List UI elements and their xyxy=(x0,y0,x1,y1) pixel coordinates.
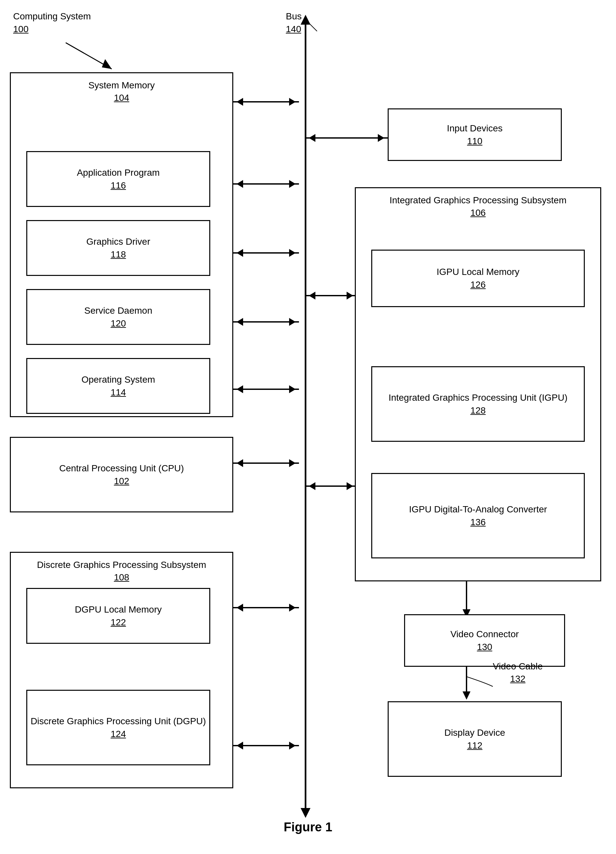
input-devices-box: Input Devices 110 xyxy=(388,108,562,161)
video-connector-box: Video Connector 130 xyxy=(404,614,565,667)
svg-marker-7 xyxy=(289,98,296,106)
operating-system-box: Operating System 114 xyxy=(26,358,210,414)
svg-marker-22 xyxy=(289,318,296,326)
svg-marker-4 xyxy=(102,59,112,69)
dgpu-box: Discrete Graphics Processing Unit (DGPU)… xyxy=(26,690,210,765)
svg-marker-34 xyxy=(347,482,353,490)
discrete-subsystem-label: Discrete Graphics Processing Subsystem 1… xyxy=(11,559,232,584)
diagram: Computing System 100 Bus 140 xyxy=(0,0,616,854)
display-device-box: Display Device 112 xyxy=(388,701,562,777)
video-cable-label: Video Cable 132 xyxy=(493,660,543,685)
figure-label: Figure 1 xyxy=(0,820,616,834)
cpu-box: Central Processing Unit (CPU) 102 xyxy=(10,437,233,512)
svg-marker-42 xyxy=(236,742,243,750)
svg-marker-37 xyxy=(289,604,296,612)
integrated-subsystem-label: Integrated Graphics Processing Subsystem… xyxy=(356,194,600,219)
svg-marker-10 xyxy=(378,134,384,142)
svg-marker-36 xyxy=(236,604,243,612)
igpu-memory-box: IGPU Local Memory 126 xyxy=(371,250,585,307)
svg-marker-6 xyxy=(236,98,243,106)
svg-marker-25 xyxy=(289,385,296,393)
dgpu-memory-box: DGPU Local Memory 122 xyxy=(26,588,210,644)
svg-marker-1 xyxy=(300,808,311,818)
svg-marker-19 xyxy=(347,292,353,300)
svg-marker-30 xyxy=(236,459,243,467)
svg-marker-16 xyxy=(289,249,296,257)
svg-marker-31 xyxy=(289,459,296,467)
igpu-dac-box: IGPU Digital-To-Analog Converter 136 xyxy=(371,473,585,558)
service-daemon-box: Service Daemon 120 xyxy=(26,289,210,345)
graphics-driver-box: Graphics Driver 118 xyxy=(26,220,210,276)
svg-marker-43 xyxy=(289,742,296,750)
igpu-box: Integrated Graphics Processing Unit (IGP… xyxy=(371,366,585,442)
svg-marker-18 xyxy=(309,292,316,300)
svg-marker-15 xyxy=(236,249,243,257)
svg-marker-33 xyxy=(309,482,316,490)
system-memory-label: System Memory 104 xyxy=(11,79,232,104)
svg-marker-21 xyxy=(236,318,243,326)
svg-marker-24 xyxy=(236,385,243,393)
svg-marker-9 xyxy=(309,134,316,142)
svg-marker-47 xyxy=(463,691,470,700)
svg-marker-13 xyxy=(289,180,296,188)
application-program-box: Application Program 116 xyxy=(26,151,210,207)
svg-marker-12 xyxy=(236,180,243,188)
